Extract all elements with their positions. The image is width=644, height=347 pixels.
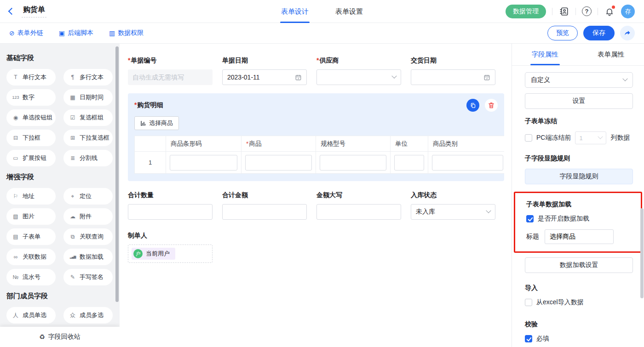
properties-content: 自定义 设置 子表单冻结 PC端冻结前 1 列数据 子字段显隐规则 字段显隐规则… [512,66,644,347]
sidebar-item-related-query[interactable]: ⧉关联查询 [63,228,113,245]
data-load-title-input[interactable] [545,229,614,244]
sidebar-item-image[interactable]: ▧图片 [6,208,56,225]
form-external-link[interactable]: ⊘ 表单外链 [9,29,43,37]
category-input[interactable] [432,155,503,171]
contact-book-icon[interactable] [558,6,569,17]
settings-button[interactable]: 设置 [525,93,633,109]
subform-header: 购货明细 [134,99,498,112]
supplier-select[interactable] [316,69,401,85]
sidebar-item-address[interactable]: ⚐地址 [6,188,56,205]
sidebar-item-signature[interactable]: ✎手写签名 [63,269,113,285]
sidebar-item-multi-dropdown[interactable]: ⊞下拉复选框 [63,130,113,146]
save-button[interactable]: 保存 [583,26,615,40]
sidebar-item-member-multi[interactable]: 众成员多选 [63,307,113,324]
tab-field-properties[interactable]: 字段属性 [512,44,578,65]
amount-words-input[interactable] [316,204,401,220]
section-title-basic-fields: 基础字段 [6,54,120,63]
stock-status-select[interactable]: 未入库 [411,204,495,220]
field-recycle-bin[interactable]: ♻ 字段回收站 [0,327,120,347]
sidebar-scrollbar[interactable] [115,46,119,302]
calendar-icon [295,74,302,81]
user-avatar[interactable]: 存 [621,5,635,18]
field-total-amount[interactable]: 合计金额 [222,191,307,220]
field-label: 单据日期 [222,57,307,65]
sidebar-item-member-single[interactable]: 人成员单选 [6,307,56,324]
sidebar-item-data-load[interactable]: ▂▄▆数据加载 [63,249,113,265]
sidebar-item-number[interactable]: 123数字 [6,89,56,106]
subform-icon: ▤ [12,233,19,240]
sidebar-item-dropdown[interactable]: ⊟下拉框 [6,130,56,146]
required-checkbox[interactable] [525,335,532,342]
field-visibility-rules-button[interactable]: 字段显隐规则 [525,169,633,184]
tab-form-design[interactable]: 表单设计 [281,0,309,23]
spec-input[interactable] [320,155,386,171]
data-permission-link[interactable]: ▥ 数据权限 [109,29,144,37]
multi-dropdown-icon: ⊞ [69,135,76,141]
sidebar-item-single-line-text[interactable]: T单行文本 [6,69,56,85]
cloud-upload-icon: ☁ [69,213,76,220]
sidebar-item-related-data[interactable]: ∞关联数据 [6,249,56,265]
data-load-checkbox[interactable] [526,215,534,222]
copy-button[interactable] [466,99,479,112]
field-total-qty[interactable]: 合计数量 [128,191,213,220]
tab-form-properties[interactable]: 表单属性 [578,44,644,65]
sidebar-item-serial-number[interactable]: №流水号 [6,269,56,285]
chevron-down-icon [622,76,627,81]
freeze-count-select[interactable]: 1 [575,131,606,144]
total-amount-input[interactable] [222,204,307,220]
creator-box[interactable]: 户 当前用户 [128,245,213,263]
style-select[interactable]: 自定义 [525,72,633,88]
top-actions: 数据管理 ? 存 [506,5,635,18]
sidebar-item-datetime[interactable]: ▦日期时间 [63,89,113,106]
field-label: 金额大写 [316,191,401,199]
data-load-settings-button[interactable]: 数据加载设置 [525,257,633,273]
excel-import-checkbox[interactable] [525,299,532,306]
panel-scrollbar[interactable] [640,208,644,298]
sidebar-item-subform[interactable]: ▤子表单 [6,228,56,245]
sidebar-item-attachment[interactable]: ☁附件 [63,208,113,225]
sidebar-item-location[interactable]: ⌖定位 [63,188,113,205]
sidebar-item-divider-line[interactable]: ≣分割线 [63,150,113,166]
field-supplier[interactable]: 供应商 [316,57,401,85]
doc-no-input[interactable] [128,69,213,85]
enhanced-fields-grid: ⚐地址 ⌖定位 ▧图片 ☁附件 ▤子表单 ⧉关联查询 ∞关联数据 ▂▄▆数据加载… [6,188,120,285]
field-amount-words[interactable]: 金额大写 [316,191,401,220]
data-manage-button[interactable]: 数据管理 [506,5,546,18]
table-header-row: 商品条形码 商品 规格型号 单位 商品类别 [135,136,505,152]
barcode-input[interactable] [170,155,237,171]
tab-form-settings[interactable]: 表单设置 [335,0,363,23]
delivery-date-input[interactable] [411,69,495,85]
sidebar-item-radio-group[interactable]: ◉单选按钮组 [6,109,56,126]
dropdown-icon: ⊟ [12,135,19,141]
select-product-button[interactable]: 选择商品 [134,116,179,130]
notification-bell-icon[interactable] [604,6,615,17]
backend-script-link[interactable]: ▣ 后端脚本 [59,29,93,37]
field-creator[interactable]: 制单人 户 当前用户 [128,232,504,263]
divider-line-icon: ≣ [69,155,76,161]
field-doc-no[interactable]: 单据编号 [128,57,213,85]
share-button[interactable] [620,26,635,40]
unit-input[interactable] [394,155,424,171]
help-icon[interactable]: ? [582,6,592,16]
field-stock-status[interactable]: 入库状态 未入库 [411,191,495,220]
field-doc-date[interactable]: 单据日期 2023-01-11 [222,57,307,85]
copy-icon [470,102,477,109]
sidebar-item-checkbox-group[interactable]: ☑复选框组 [63,109,113,126]
current-user-tag[interactable]: 户 当前用户 [132,248,175,260]
script-icon: ▣ [59,29,65,37]
doc-date-input[interactable]: 2023-01-11 [222,69,307,85]
delete-button[interactable] [485,99,498,112]
sidebar-item-extend-button[interactable]: ▭扩展按钮 [6,150,56,166]
link-icon: ⊘ [9,29,15,37]
product-input[interactable] [245,155,312,171]
subform-purchase-detail[interactable]: 购货明细 [128,93,504,181]
preview-button[interactable]: 预览 [547,26,578,40]
total-qty-input[interactable] [128,204,213,220]
sidebar-item-multi-line-text[interactable]: ¶多行文本 [63,69,113,85]
bar-chart-icon: ▂▄▆ [69,255,76,259]
field-label: 供应商 [316,57,401,65]
freeze-checkbox[interactable] [525,134,532,142]
form-canvas: 单据编号 单据日期 2023-01-11 供应商 [120,44,512,347]
field-delivery-date[interactable]: 交货日期 [411,57,495,85]
row-index: 1 [135,152,166,174]
